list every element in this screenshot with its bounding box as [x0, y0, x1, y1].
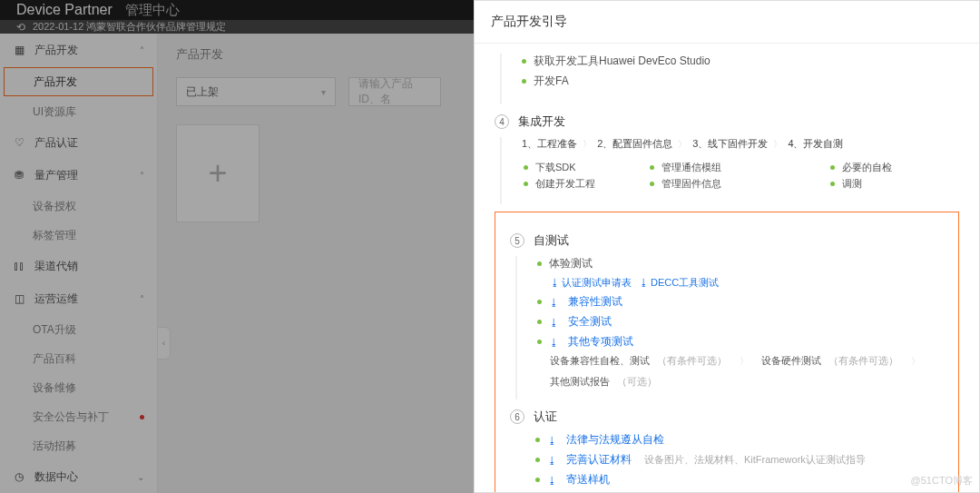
header-section: 管理中心 — [125, 2, 180, 19]
step-4-flow: 1、工程准备〉2、配置固件信息〉3、线下固件开发〉4、开发自测 — [522, 137, 959, 151]
download-icon: ⭳ — [549, 297, 559, 308]
sidebar-item[interactable]: 标签管理 — [0, 221, 157, 250]
test-sublink[interactable]: 认证测试申请表 — [562, 277, 632, 288]
sidebar-item-label: 活动招募 — [33, 439, 76, 454]
sidebar-item-label: 设备维修 — [33, 380, 76, 396]
step-4-body: 1、工程准备〉2、配置固件信息〉3、线下固件开发〉4、开发自测 下载SDK创建开… — [500, 137, 959, 204]
step-6-number: 6 — [510, 409, 524, 424]
bullet-dot — [535, 458, 540, 462]
download-icon: ⭳ — [550, 277, 560, 288]
nav-group-label: 渠道代销 — [34, 259, 78, 274]
flow-column: 下载SDK创建开发工程 — [524, 158, 595, 193]
test-extra-line: 设备兼容性自检、测试（有条件可选）〉设备硬件测试（有条件可选）〉其他测试报告（可… — [550, 354, 944, 389]
search-input[interactable]: 请输入产品ID、名 — [348, 77, 441, 106]
sidebar-item-label: UI资源库 — [33, 104, 76, 120]
sidebar-item[interactable]: 活动招募 — [0, 431, 157, 460]
cert-link[interactable]: 法律与法规遵从自检 — [566, 432, 664, 448]
flow-item-label: 创建开发工程 — [535, 177, 595, 191]
sidebar-group[interactable]: ◷数据中心⌄ — [0, 460, 157, 493]
step-5-number: 5 — [510, 233, 524, 248]
test-link[interactable]: 其他专项测试 — [568, 334, 633, 350]
sidebar-group[interactable]: ◫运营运维˄ — [0, 282, 157, 315]
arrow-icon: 〉 — [583, 138, 592, 151]
bullet-dot — [830, 165, 835, 170]
highlight-steps-box: 5 自测试 体验测试⭳认证测试申请表⭳DECC工具测试⭳兼容性测试⭳安全测试⭳其… — [495, 212, 959, 492]
flow-step: 2、配置固件信息 — [597, 137, 672, 151]
sidebar-group[interactable]: ⛃量产管理˄ — [0, 159, 157, 192]
flow-step: 4、开发自测 — [788, 137, 843, 151]
nav-icon: ⛃ — [13, 169, 25, 182]
test-sublink[interactable]: DECC工具测试 — [651, 277, 719, 288]
extra-note: （可选） — [617, 375, 657, 389]
flow-item-label: 管理通信模组 — [662, 161, 721, 174]
panel-title: 产品开发引导 — [475, 1, 979, 44]
download-icon: ⭳ — [639, 277, 649, 288]
test-link[interactable]: 安全测试 — [568, 314, 612, 330]
arrow-icon: 〉 — [740, 355, 749, 368]
guide-item: 获取开发工具Huawei DevEco Studio — [522, 54, 959, 69]
test-sublinks: ⭳认证测试申请表⭳DECC工具测试 — [550, 276, 944, 290]
announcement-icon: ⟲ — [16, 21, 25, 34]
sidebar-collapse-handle[interactable]: ‹ — [158, 327, 171, 360]
test-item: 体验测试 — [537, 256, 944, 271]
watermark: @51CTO博客 — [911, 474, 973, 488]
prior-step-tail: 获取开发工具Huawei DevEco Studio开发FA — [500, 54, 959, 104]
extra-b: 设备硬件测试 — [761, 354, 821, 368]
chevron-icon: ˄ — [140, 294, 144, 304]
sidebar-item-label: 设备授权 — [33, 199, 76, 214]
sidebar-item[interactable]: UI资源库 — [0, 97, 157, 126]
nav-group-label: 产品认证 — [34, 135, 78, 151]
cert-link[interactable]: 寄送样机 — [566, 472, 610, 488]
arrow-icon: 〉 — [911, 355, 920, 368]
sidebar-group[interactable]: ⫿⫿渠道代销 — [0, 250, 157, 282]
status-select[interactable]: 已上架 ▾ — [176, 77, 336, 106]
bullet-dot — [537, 300, 542, 304]
cert-item: ⭳寄送样机 — [535, 472, 944, 488]
test-item: ⭳兼容性测试 — [537, 294, 944, 310]
sidebar-group[interactable]: ▦产品开发˄ — [0, 34, 157, 66]
nav-icon: ♡ — [13, 136, 25, 149]
arrow-icon: 〉 — [678, 138, 687, 151]
bullet-dot — [524, 165, 528, 170]
flow-step: 1、工程准备 — [522, 137, 577, 151]
step-6-header: 6 认证 — [510, 409, 944, 425]
chevron-down-icon: ▾ — [321, 87, 326, 97]
add-product-card[interactable]: + — [176, 124, 260, 222]
test-link[interactable]: 兼容性测试 — [568, 294, 622, 310]
status-select-value: 已上架 — [186, 84, 219, 100]
flow-item-label: 下载SDK — [535, 161, 576, 174]
guide-panel: 产品开发引导 获取开发工具Huawei DevEco Studio开发FA 4 … — [474, 0, 980, 493]
flow-item: 调测 — [830, 177, 892, 191]
nav-group-label: 数据中心 — [34, 469, 78, 485]
step-6-title: 认证 — [534, 409, 557, 425]
sidebar-item[interactable]: 安全公告与补丁 — [0, 402, 157, 431]
sidebar-group[interactable]: ♡产品认证 — [0, 126, 157, 159]
step-4-header: 4 集成开发 — [495, 113, 959, 130]
flow-column: 管理通信模组管理固件信息 — [650, 158, 721, 193]
download-icon: ⭳ — [549, 317, 559, 328]
notification-dot — [140, 415, 144, 419]
sidebar-item-label: 安全公告与补丁 — [33, 409, 109, 425]
bullet-dot — [650, 165, 654, 170]
bullet-dot — [537, 320, 542, 324]
bullet-dot — [522, 79, 526, 84]
step-5-title: 自测试 — [534, 232, 569, 249]
bullet-dot — [537, 261, 542, 266]
download-icon: ⭳ — [547, 435, 557, 446]
step-5-header: 5 自测试 — [510, 232, 944, 249]
sidebar-item[interactable]: OTA升级 — [0, 315, 157, 344]
cert-link[interactable]: 完善认证材料 — [566, 452, 632, 468]
nav-icon: ◷ — [13, 470, 25, 483]
extra-note: （有条件可选） — [657, 354, 727, 368]
sidebar-item[interactable]: 设备授权 — [0, 192, 157, 221]
bullet-dot — [522, 59, 526, 64]
chevron-icon: ⌄ — [137, 472, 144, 482]
sidebar-item-label: 产品开发 — [34, 74, 77, 90]
flow-item: 下载SDK — [524, 161, 595, 174]
cert-item: ⭳完善认证材料设备图片、法规材料、KitFramework认证测试指导 — [535, 452, 944, 468]
download-icon: ⭳ — [547, 475, 557, 486]
sidebar-item[interactable]: 设备维修 — [0, 373, 157, 402]
sidebar-item[interactable]: 产品百科 — [0, 344, 157, 373]
flow-item-label: 管理固件信息 — [662, 177, 721, 191]
sidebar-item[interactable]: 产品开发 — [4, 67, 153, 96]
